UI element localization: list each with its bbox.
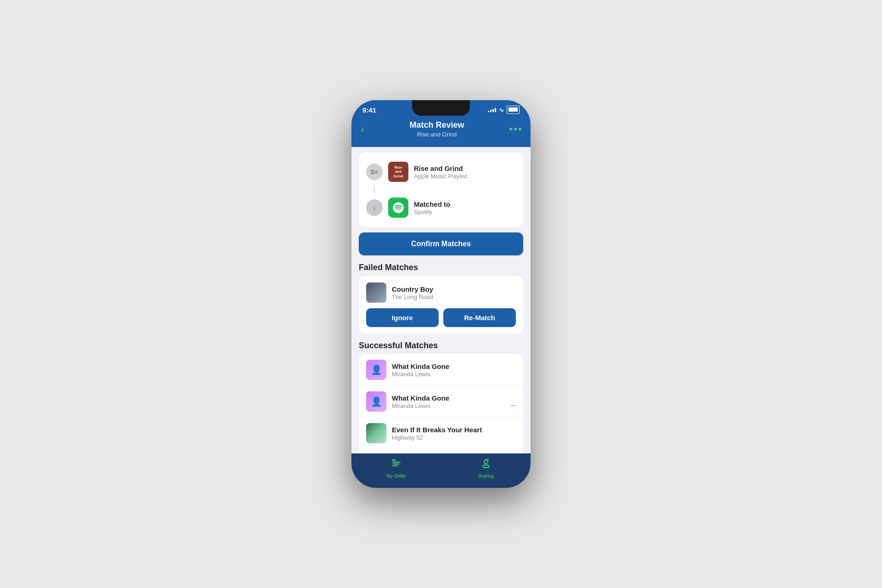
dot-1 (509, 128, 512, 130)
playlist-name: Rise and Grind (414, 164, 516, 172)
action-buttons: Ignore Re-Match (366, 308, 516, 327)
header-nav: ‹ Match Review Rise and Grind (361, 120, 521, 138)
matched-to-label: Matched to (414, 200, 516, 208)
arrow-down-icon: ↓ (366, 199, 383, 216)
song-album-1: Miranda Lewis (392, 371, 516, 378)
my-shifts-label: My Shifts (387, 474, 406, 479)
shifts-icon-svg (391, 458, 402, 469)
notch (412, 100, 470, 116)
spotify-logo (392, 201, 405, 214)
failed-song-info: Country Boy The Long Road (392, 285, 433, 300)
list-item[interactable]: Even If It Breaks Your Heart Highway 52 … (359, 449, 523, 453)
phone-frame: 9:41 ∿ ‹ Match Review Rise (351, 100, 531, 488)
main-content: S= RiseandGrind Rise and Grind Apple Mus… (351, 147, 531, 453)
my-shifts-icon (391, 458, 402, 472)
song-album-2: Miranda Lewis (392, 402, 505, 409)
confirm-matches-button[interactable]: Confirm Matches (359, 232, 523, 255)
back-button[interactable]: ‹ (361, 124, 364, 135)
song-album-3: Highway 52 (392, 434, 516, 441)
successful-matches-card: 👤 What Kinda Gone Miranda Lewis 👤 What K… (359, 354, 523, 453)
landscape-image-1 (366, 423, 386, 443)
sharing-label: Sharing (478, 474, 493, 479)
failed-song-album: The Long Road (392, 294, 433, 300)
svg-rect-1 (392, 462, 401, 463)
connector-line-wrap (366, 187, 383, 193)
sharing-icon (481, 458, 492, 472)
signal-icon (488, 108, 496, 112)
dot-2 (514, 128, 517, 130)
list-item[interactable]: Even If It Breaks Your Heart Highway 52 (359, 418, 523, 449)
spotify-thumbnail (388, 198, 408, 218)
song-name-1: What Kinda Gone (392, 362, 516, 370)
person-image-2: 👤 (366, 391, 386, 412)
tab-bar: My Shifts Sharing (351, 453, 531, 488)
failed-matches-section: Failed Matches Country Boy The Long Road… (359, 261, 523, 334)
svg-point-4 (484, 460, 488, 464)
matched-service-info: Matched to Spotify (414, 200, 516, 215)
playlist-type: Apple Music Playlist (414, 173, 516, 180)
more-button[interactable] (509, 128, 521, 130)
edit-icon-1[interactable]: ⎯ (511, 397, 516, 407)
matched-service-name: Spotify (414, 209, 516, 215)
connector-line (374, 187, 375, 193)
song-name-2: What Kinda Gone (392, 394, 505, 402)
sharing-icon-svg (481, 458, 492, 469)
song-info-1: What Kinda Gone Miranda Lewis (392, 362, 516, 378)
song-info-3: Even If It Breaks Your Heart Highway 52 (392, 426, 516, 441)
svg-rect-3 (392, 465, 398, 466)
playlist-thumbnail: RiseandGrind (388, 162, 408, 182)
source-playlist-row: S= RiseandGrind Rise and Grind Apple Mus… (366, 159, 516, 185)
tab-my-shifts[interactable]: My Shifts (351, 458, 441, 479)
page-subtitle: Rise and Grind (409, 131, 464, 138)
dot-3 (519, 128, 521, 130)
playlist-info: Rise and Grind Apple Music Playlist (414, 164, 516, 180)
svg-point-5 (483, 465, 489, 468)
failed-match-card: Country Boy The Long Road Ignore Re-Matc… (359, 276, 523, 334)
svg-rect-2 (392, 464, 399, 464)
wifi-icon: ∿ (499, 107, 504, 113)
failed-song-name: Country Boy (392, 285, 433, 293)
successful-matches-section: Successful Matches 👤 What Kinda Gone Mir… (359, 339, 523, 453)
song-thumbnail-1: 👤 (366, 360, 386, 380)
failed-song-thumbnail (366, 283, 386, 303)
phone-screen: 9:41 ∿ ‹ Match Review Rise (351, 100, 531, 488)
connector-row (366, 185, 516, 195)
tab-sharing[interactable]: Sharing (441, 458, 531, 479)
status-time: 9:41 (362, 106, 376, 114)
song-thumbnail-3 (366, 423, 386, 443)
song-info-2: What Kinda Gone Miranda Lewis (392, 394, 505, 409)
rematch-button[interactable]: Re-Match (443, 308, 516, 327)
failed-song-row: Country Boy The Long Road (366, 283, 516, 303)
list-item[interactable]: 👤 What Kinda Gone Miranda Lewis ⎯ (359, 386, 523, 418)
song-name-3: Even If It Breaks Your Heart (392, 426, 516, 434)
page-title: Match Review (409, 120, 464, 130)
battery-icon (507, 106, 520, 114)
song-thumbnail-2: 👤 (366, 391, 386, 412)
list-item[interactable]: 👤 What Kinda Gone Miranda Lewis (359, 354, 523, 386)
person-image-1: 👤 (366, 360, 386, 380)
svg-rect-0 (392, 459, 396, 461)
status-icons: ∿ (488, 106, 520, 114)
failed-matches-title: Failed Matches (359, 261, 523, 276)
matched-to-row: ↓ Matched to Spotify (366, 195, 516, 220)
ignore-button[interactable]: Ignore (366, 308, 439, 327)
source-card: S= RiseandGrind Rise and Grind Apple Mus… (359, 153, 523, 227)
app-header: ‹ Match Review Rise and Grind (351, 117, 531, 147)
successful-matches-title: Successful Matches (359, 339, 523, 354)
road-thumbnail-image (366, 283, 386, 303)
apple-music-icon: S= (366, 164, 383, 180)
